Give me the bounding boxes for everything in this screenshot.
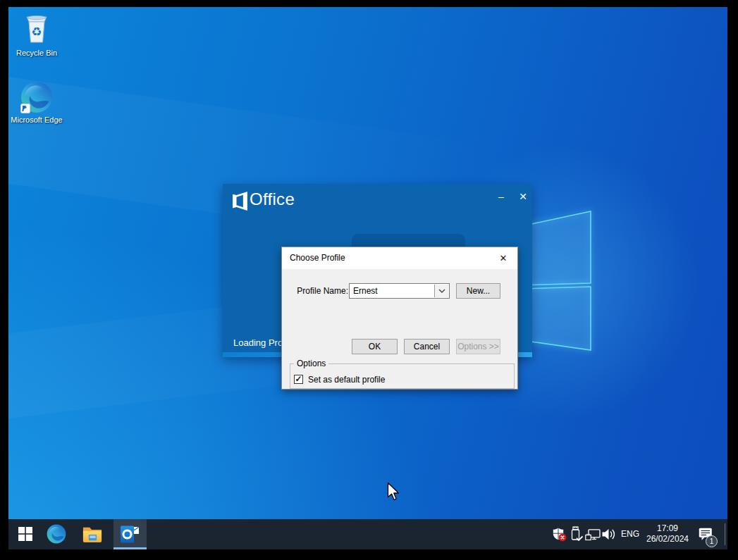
chevron-down-icon: [438, 289, 445, 293]
volume-icon[interactable]: [602, 528, 616, 540]
cancel-button[interactable]: Cancel: [404, 339, 450, 354]
outlook-icon: [121, 525, 140, 544]
profile-name-value: Ernest: [353, 286, 378, 296]
profile-name-combobox[interactable]: Ernest: [349, 283, 450, 299]
office-logo-icon: [233, 192, 247, 211]
desktop-icon-label: Microsoft Edge: [9, 116, 64, 125]
close-icon[interactable]: ✕: [515, 189, 531, 204]
set-default-profile-checkbox[interactable]: ✓: [294, 375, 303, 384]
shortcut-arrow-icon: [20, 104, 30, 113]
taskbar: ENG 17:09 26/02/2024 1: [8, 519, 727, 549]
splash-brand-title: Office: [250, 189, 295, 209]
start-button[interactable]: [18, 527, 32, 541]
language-indicator[interactable]: ENG: [621, 529, 639, 539]
desktop-icon-label: Recycle Bin: [9, 49, 64, 58]
taskbar-clock[interactable]: 17:09 26/02/2024: [639, 523, 696, 545]
defender-shield-icon[interactable]: [553, 528, 567, 542]
options-group-label: Options: [294, 359, 328, 368]
new-button[interactable]: New...: [456, 283, 500, 299]
taskbar-outlook-button[interactable]: [113, 519, 147, 549]
taskbar-file-explorer-icon[interactable]: [82, 525, 102, 543]
splash-status-text: Loading Prof: [233, 337, 285, 348]
profile-name-label: Profile Name:: [295, 286, 348, 296]
clock-time: 17:09: [639, 523, 696, 534]
desktop-icon-microsoft-edge[interactable]: Microsoft Edge: [9, 81, 64, 125]
desktop: ♻ Recycle Bin Microsoft Edge Office – ✕: [8, 7, 727, 549]
active-app-indicator: [113, 547, 147, 549]
set-default-profile-label: Set as default profile: [308, 375, 385, 385]
minimize-button[interactable]: –: [493, 189, 509, 204]
taskbar-edge-icon[interactable]: [47, 524, 66, 544]
recycle-bin-icon: ♻: [20, 13, 53, 46]
dialog-title: Choose Profile: [290, 253, 345, 263]
show-desktop-separator[interactable]: [725, 523, 725, 545]
choose-profile-dialog: Choose Profile ✕ Profile Name: Ernest Ne…: [281, 247, 518, 390]
combobox-dropdown-button[interactable]: [434, 285, 448, 297]
notification-count-badge: 1: [706, 535, 718, 547]
ok-button[interactable]: OK: [352, 339, 398, 354]
clock-date: 26/02/2024: [639, 534, 696, 545]
network-icon[interactable]: [585, 529, 601, 541]
svg-text:♻: ♻: [31, 25, 42, 39]
options-button[interactable]: Options >>: [456, 339, 500, 354]
desktop-icon-recycle-bin[interactable]: ♻ Recycle Bin: [9, 13, 64, 58]
mouse-cursor: [387, 482, 400, 502]
splash-loading-graphic: [352, 234, 465, 247]
close-icon[interactable]: ✕: [496, 251, 511, 265]
usb-device-icon[interactable]: [570, 526, 583, 542]
